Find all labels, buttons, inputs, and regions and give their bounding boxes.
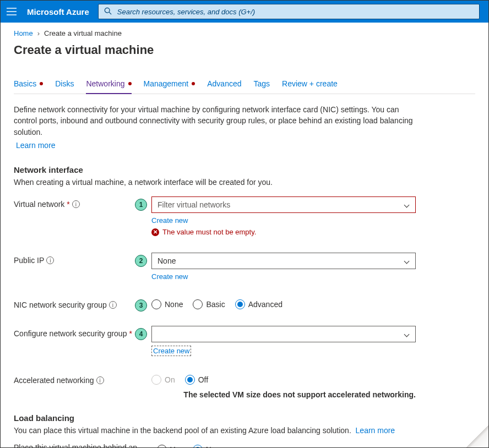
network-interface-heading: Network interface [14, 165, 475, 174]
global-search[interactable] [98, 4, 480, 19]
search-icon [104, 7, 112, 17]
chevron-down-icon [404, 202, 410, 207]
intro-learn-more-link[interactable]: Learn more [16, 141, 56, 150]
configure-nsg-create-new-link[interactable]: Create new [151, 346, 191, 356]
info-icon[interactable]: i [96, 376, 104, 384]
info-icon[interactable]: i [72, 200, 80, 208]
public-ip-select[interactable]: None [151, 253, 416, 269]
error-icon: ✕ [151, 228, 159, 236]
public-ip-label: Public IP [14, 256, 44, 265]
tab-networking-error-dot [128, 82, 132, 85]
required-asterisk: * [67, 200, 69, 209]
page-title: Create a virtual machine [14, 43, 475, 57]
tab-networking[interactable]: Networking [86, 79, 131, 94]
nsg-radio-advanced[interactable]: Advanced [235, 299, 282, 309]
tab-basics[interactable]: Basics [14, 79, 43, 94]
info-icon[interactable]: i [109, 301, 117, 309]
tab-review[interactable]: Review + create [282, 79, 338, 94]
virtual-network-label: Virtual network [14, 200, 64, 209]
callout-4: 4 [135, 328, 147, 340]
configure-nsg-label: Configure network security group [14, 329, 127, 338]
lb-learn-more-link[interactable]: Learn more [356, 426, 395, 435]
chevron-down-icon [404, 331, 410, 337]
svg-point-0 [105, 8, 110, 13]
lb-radio-no[interactable]: No [193, 445, 216, 448]
tab-management-error-dot [192, 82, 195, 85]
row-accelerated-networking: Accelerated networking i On Off The sele… [14, 373, 475, 399]
virtual-network-placeholder: Filter virtual networks [157, 200, 230, 209]
row-virtual-network: Virtual network * i 1 Filter virtual net… [14, 196, 475, 236]
search-input[interactable] [116, 7, 474, 17]
configure-nsg-select[interactable] [151, 326, 416, 342]
networking-intro: Define network connectivity for your vir… [14, 104, 416, 151]
azure-header: Microsoft Azure [1, 1, 488, 23]
public-ip-create-new-link[interactable]: Create new [151, 272, 188, 281]
callout-2: 2 [135, 255, 147, 267]
tab-advanced[interactable]: Advanced [207, 79, 241, 94]
tab-tags[interactable]: Tags [254, 79, 270, 94]
breadcrumb-current: Create a virtual machine [44, 29, 122, 37]
nsg-radio-none[interactable]: None [151, 299, 183, 309]
brand-label[interactable]: Microsoft Azure [23, 7, 94, 17]
nsg-label: NIC network security group [14, 301, 107, 309]
nsg-radio-basic[interactable]: Basic [193, 299, 225, 309]
accel-net-label: Accelerated networking [14, 376, 94, 385]
page-curl-decoration [466, 425, 488, 447]
callout-3: 3 [135, 299, 147, 312]
network-interface-sub: When creating a virtual machine, a netwo… [14, 178, 475, 187]
row-configure-nsg: Configure network security group * 4 Cre… [14, 326, 475, 356]
chevron-right-icon: › [37, 29, 40, 37]
tab-disks[interactable]: Disks [55, 79, 74, 94]
chevron-down-icon [404, 258, 410, 264]
row-nsg: NIC network security group i 3 None Basi… [14, 297, 475, 309]
virtual-network-select[interactable]: Filter virtual networks [151, 196, 416, 213]
accel-net-note: The selected VM size does not support ac… [151, 390, 416, 399]
virtual-network-create-new-link[interactable]: Create new [151, 216, 188, 225]
wizard-tabs: Basics Disks Networking Management Advan… [14, 79, 475, 94]
hamburger-menu-icon[interactable] [5, 5, 18, 18]
callout-1: 1 [135, 199, 147, 211]
svg-line-1 [109, 12, 111, 14]
breadcrumb-home[interactable]: Home [14, 29, 33, 37]
accel-radio-off[interactable]: Off [185, 375, 208, 385]
required-asterisk: * [129, 329, 132, 338]
lb-question-label: Place this virtual machine behind an exi… [14, 442, 157, 448]
accel-radio-on: On [151, 375, 175, 385]
tab-basics-error-dot [40, 82, 43, 85]
public-ip-value: None [157, 256, 176, 265]
search-wrap [98, 4, 484, 19]
row-public-ip: Public IP i 2 None Create new [14, 253, 475, 281]
tab-management[interactable]: Management [144, 79, 195, 94]
row-lb-question: Place this virtual machine behind an exi… [14, 442, 475, 448]
info-icon[interactable]: i [46, 256, 54, 264]
lb-radio-yes[interactable]: Yes [157, 445, 183, 448]
breadcrumb: Home › Create a virtual machine [14, 23, 475, 41]
load-balancing-heading: Load balancing [14, 413, 475, 423]
load-balancing-intro: You can place this virtual machine in th… [14, 426, 475, 435]
virtual-network-error: ✕ The value must not be empty. [151, 228, 416, 236]
